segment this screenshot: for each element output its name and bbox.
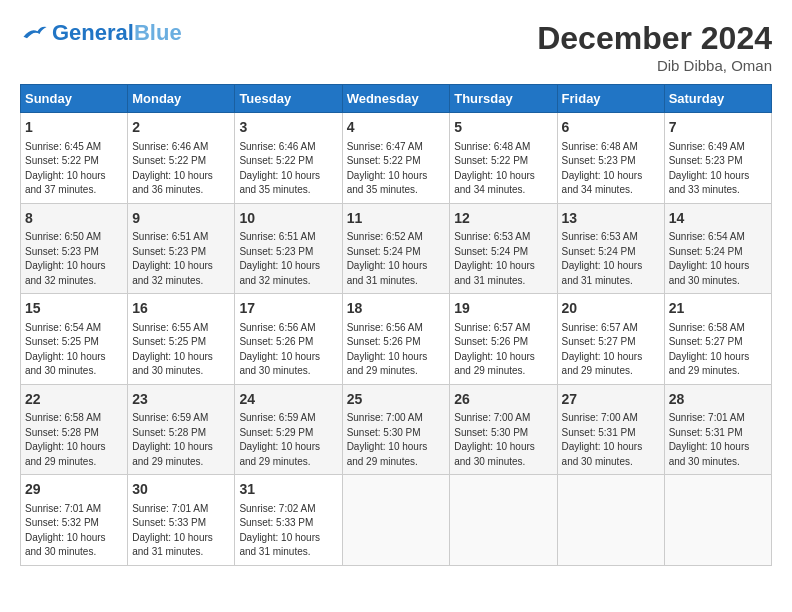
table-row: 18Sunrise: 6:56 AM Sunset: 5:26 PM Dayli… — [342, 294, 450, 385]
calendar: Sunday Monday Tuesday Wednesday Thursday… — [20, 84, 772, 566]
day-info: Sunrise: 6:57 AM Sunset: 5:27 PM Dayligh… — [562, 321, 660, 379]
day-info: Sunrise: 7:01 AM Sunset: 5:31 PM Dayligh… — [669, 411, 767, 469]
col-thursday: Thursday — [450, 85, 557, 113]
day-number: 7 — [669, 118, 767, 138]
day-number: 18 — [347, 299, 446, 319]
day-info: Sunrise: 6:53 AM Sunset: 5:24 PM Dayligh… — [454, 230, 552, 288]
col-sunday: Sunday — [21, 85, 128, 113]
day-info: Sunrise: 6:47 AM Sunset: 5:22 PM Dayligh… — [347, 140, 446, 198]
table-row: 8Sunrise: 6:50 AM Sunset: 5:23 PM Daylig… — [21, 203, 128, 294]
table-row: 20Sunrise: 6:57 AM Sunset: 5:27 PM Dayli… — [557, 294, 664, 385]
day-number: 14 — [669, 209, 767, 229]
day-info: Sunrise: 7:01 AM Sunset: 5:32 PM Dayligh… — [25, 502, 123, 560]
calendar-week-row: 29Sunrise: 7:01 AM Sunset: 5:32 PM Dayli… — [21, 475, 772, 566]
day-number: 26 — [454, 390, 552, 410]
table-row: 13Sunrise: 6:53 AM Sunset: 5:24 PM Dayli… — [557, 203, 664, 294]
calendar-week-row: 22Sunrise: 6:58 AM Sunset: 5:28 PM Dayli… — [21, 384, 772, 475]
table-row: 7Sunrise: 6:49 AM Sunset: 5:23 PM Daylig… — [664, 113, 771, 204]
calendar-week-row: 8Sunrise: 6:50 AM Sunset: 5:23 PM Daylig… — [21, 203, 772, 294]
day-info: Sunrise: 6:58 AM Sunset: 5:27 PM Dayligh… — [669, 321, 767, 379]
table-row: 1Sunrise: 6:45 AM Sunset: 5:22 PM Daylig… — [21, 113, 128, 204]
day-info: Sunrise: 6:54 AM Sunset: 5:24 PM Dayligh… — [669, 230, 767, 288]
day-number: 16 — [132, 299, 230, 319]
day-number: 11 — [347, 209, 446, 229]
calendar-header-row: Sunday Monday Tuesday Wednesday Thursday… — [21, 85, 772, 113]
day-info: Sunrise: 6:50 AM Sunset: 5:23 PM Dayligh… — [25, 230, 123, 288]
table-row: 26Sunrise: 7:00 AM Sunset: 5:30 PM Dayli… — [450, 384, 557, 475]
day-info: Sunrise: 7:00 AM Sunset: 5:30 PM Dayligh… — [347, 411, 446, 469]
day-info: Sunrise: 6:46 AM Sunset: 5:22 PM Dayligh… — [239, 140, 337, 198]
table-row: 31Sunrise: 7:02 AM Sunset: 5:33 PM Dayli… — [235, 475, 342, 566]
day-info: Sunrise: 6:55 AM Sunset: 5:25 PM Dayligh… — [132, 321, 230, 379]
day-number: 22 — [25, 390, 123, 410]
col-wednesday: Wednesday — [342, 85, 450, 113]
day-info: Sunrise: 6:56 AM Sunset: 5:26 PM Dayligh… — [239, 321, 337, 379]
month-title: December 2024 — [537, 20, 772, 57]
day-number: 8 — [25, 209, 123, 229]
day-info: Sunrise: 6:57 AM Sunset: 5:26 PM Dayligh… — [454, 321, 552, 379]
col-friday: Friday — [557, 85, 664, 113]
day-info: Sunrise: 6:48 AM Sunset: 5:22 PM Dayligh… — [454, 140, 552, 198]
table-row: 23Sunrise: 6:59 AM Sunset: 5:28 PM Dayli… — [128, 384, 235, 475]
day-number: 9 — [132, 209, 230, 229]
table-row: 21Sunrise: 6:58 AM Sunset: 5:27 PM Dayli… — [664, 294, 771, 385]
day-number: 5 — [454, 118, 552, 138]
table-row: 25Sunrise: 7:00 AM Sunset: 5:30 PM Dayli… — [342, 384, 450, 475]
day-number: 28 — [669, 390, 767, 410]
table-row — [664, 475, 771, 566]
day-info: Sunrise: 6:48 AM Sunset: 5:23 PM Dayligh… — [562, 140, 660, 198]
table-row: 14Sunrise: 6:54 AM Sunset: 5:24 PM Dayli… — [664, 203, 771, 294]
table-row: 27Sunrise: 7:00 AM Sunset: 5:31 PM Dayli… — [557, 384, 664, 475]
day-info: Sunrise: 7:00 AM Sunset: 5:30 PM Dayligh… — [454, 411, 552, 469]
day-info: Sunrise: 6:59 AM Sunset: 5:29 PM Dayligh… — [239, 411, 337, 469]
title-section: December 2024 Dib Dibba, Oman — [537, 20, 772, 74]
day-number: 29 — [25, 480, 123, 500]
day-info: Sunrise: 6:53 AM Sunset: 5:24 PM Dayligh… — [562, 230, 660, 288]
day-info: Sunrise: 6:46 AM Sunset: 5:22 PM Dayligh… — [132, 140, 230, 198]
day-info: Sunrise: 7:01 AM Sunset: 5:33 PM Dayligh… — [132, 502, 230, 560]
day-info: Sunrise: 6:51 AM Sunset: 5:23 PM Dayligh… — [239, 230, 337, 288]
table-row: 12Sunrise: 6:53 AM Sunset: 5:24 PM Dayli… — [450, 203, 557, 294]
day-number: 17 — [239, 299, 337, 319]
table-row: 19Sunrise: 6:57 AM Sunset: 5:26 PM Dayli… — [450, 294, 557, 385]
day-info: Sunrise: 6:45 AM Sunset: 5:22 PM Dayligh… — [25, 140, 123, 198]
day-info: Sunrise: 6:52 AM Sunset: 5:24 PM Dayligh… — [347, 230, 446, 288]
col-monday: Monday — [128, 85, 235, 113]
col-saturday: Saturday — [664, 85, 771, 113]
day-number: 10 — [239, 209, 337, 229]
day-info: Sunrise: 6:56 AM Sunset: 5:26 PM Dayligh… — [347, 321, 446, 379]
day-number: 20 — [562, 299, 660, 319]
day-number: 24 — [239, 390, 337, 410]
day-number: 13 — [562, 209, 660, 229]
day-number: 1 — [25, 118, 123, 138]
day-info: Sunrise: 7:02 AM Sunset: 5:33 PM Dayligh… — [239, 502, 337, 560]
day-info: Sunrise: 6:58 AM Sunset: 5:28 PM Dayligh… — [25, 411, 123, 469]
location: Dib Dibba, Oman — [537, 57, 772, 74]
table-row: 10Sunrise: 6:51 AM Sunset: 5:23 PM Dayli… — [235, 203, 342, 294]
day-number: 27 — [562, 390, 660, 410]
day-number: 15 — [25, 299, 123, 319]
day-info: Sunrise: 6:51 AM Sunset: 5:23 PM Dayligh… — [132, 230, 230, 288]
day-number: 19 — [454, 299, 552, 319]
calendar-body: 1Sunrise: 6:45 AM Sunset: 5:22 PM Daylig… — [21, 113, 772, 566]
day-number: 3 — [239, 118, 337, 138]
table-row: 24Sunrise: 6:59 AM Sunset: 5:29 PM Dayli… — [235, 384, 342, 475]
table-row — [557, 475, 664, 566]
day-info: Sunrise: 7:00 AM Sunset: 5:31 PM Dayligh… — [562, 411, 660, 469]
table-row: 4Sunrise: 6:47 AM Sunset: 5:22 PM Daylig… — [342, 113, 450, 204]
day-number: 2 — [132, 118, 230, 138]
logo: GeneralBlue — [20, 20, 182, 46]
day-info: Sunrise: 6:54 AM Sunset: 5:25 PM Dayligh… — [25, 321, 123, 379]
table-row: 16Sunrise: 6:55 AM Sunset: 5:25 PM Dayli… — [128, 294, 235, 385]
table-row: 2Sunrise: 6:46 AM Sunset: 5:22 PM Daylig… — [128, 113, 235, 204]
table-row — [450, 475, 557, 566]
table-row: 17Sunrise: 6:56 AM Sunset: 5:26 PM Dayli… — [235, 294, 342, 385]
day-number: 30 — [132, 480, 230, 500]
day-number: 21 — [669, 299, 767, 319]
table-row: 30Sunrise: 7:01 AM Sunset: 5:33 PM Dayli… — [128, 475, 235, 566]
table-row: 15Sunrise: 6:54 AM Sunset: 5:25 PM Dayli… — [21, 294, 128, 385]
day-info: Sunrise: 6:59 AM Sunset: 5:28 PM Dayligh… — [132, 411, 230, 469]
day-number: 6 — [562, 118, 660, 138]
table-row: 9Sunrise: 6:51 AM Sunset: 5:23 PM Daylig… — [128, 203, 235, 294]
table-row: 22Sunrise: 6:58 AM Sunset: 5:28 PM Dayli… — [21, 384, 128, 475]
